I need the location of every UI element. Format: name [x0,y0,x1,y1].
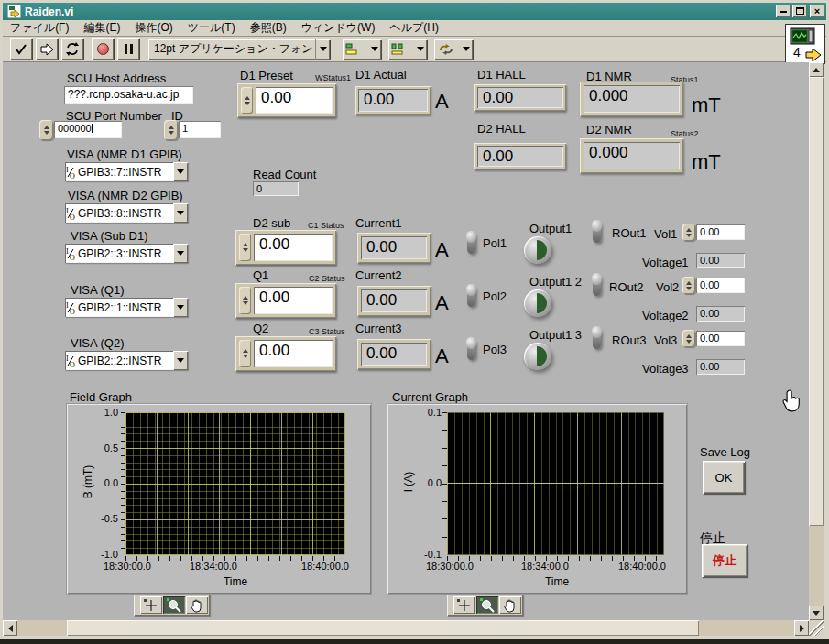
vol2-label: Vol2 [656,280,679,294]
reorder-icon [437,43,455,56]
ok-button[interactable]: OK [703,461,745,494]
zoom-tool-button[interactable] [476,596,498,614]
d2-sub-control[interactable]: 0.00 [235,230,336,265]
spinner-arrows[interactable] [239,340,251,367]
pause-button[interactable] [117,38,139,60]
id-spinner[interactable] [164,120,178,140]
cursor-tool-button[interactable] [453,596,475,614]
output3-button[interactable] [524,343,551,370]
chevron-down-icon [177,358,184,363]
reorder-dropdown[interactable] [434,39,473,60]
combo-drop-button[interactable] [173,162,188,181]
horizontal-scrollbar[interactable] [3,620,809,636]
abort-button[interactable] [92,38,114,60]
menu-file[interactable]: ファイル(F) [10,20,69,36]
visa-q1-combo[interactable]: IO GPIB2::1::INSTR [65,298,188,317]
output2-button[interactable] [524,289,551,317]
vi-icon-number: 4 [793,45,801,60]
pan-tool-button[interactable] [499,596,521,614]
loop-arrows-icon [65,42,80,56]
menu-operate[interactable]: 操作(O) [135,20,172,36]
pol3-toggle[interactable] [465,337,477,361]
vol2-spinner[interactable] [682,277,695,294]
visa-nmr-d2-combo[interactable]: IO GPIB3::8::INSTR [65,203,188,223]
visa-nmr-d1-combo[interactable]: IO GPIB3::7::INSTR [65,162,188,181]
scroll-down-button[interactable] [809,606,824,620]
read-count-indicator: 0 [253,181,299,196]
run-continuous-button[interactable] [61,38,83,60]
text-caret [92,124,93,133]
scu-port-spinner[interactable] [39,120,53,140]
stop-button[interactable]: 停止 [702,544,747,577]
maximize-button[interactable] [792,5,807,17]
d1-actual-indicator: 0.00 [355,86,431,115]
vertical-scrollbar-thumb[interactable] [809,77,824,526]
pan-tool-button[interactable] [186,596,208,614]
horizontal-scrollbar-thumb[interactable] [67,620,699,636]
io-icon: IO [65,354,76,368]
rout1-toggle[interactable] [591,220,603,244]
titlebar[interactable]: Raiden.vi × [3,3,826,20]
run-arrow-icon [40,43,54,56]
crosshair-icon [456,598,473,613]
scroll-left-button[interactable] [3,620,17,636]
combo-drop-button[interactable] [173,298,188,317]
scroll-right-button[interactable] [794,620,809,636]
current-graph-plot-area[interactable] [447,412,664,555]
abort-icon [97,43,109,55]
pol1-toggle[interactable] [465,231,477,255]
menu-tools[interactable]: ツール(T) [188,20,235,36]
visa-sub-d1-combo[interactable]: IO GPIB2::3::INSTR [65,244,188,263]
svg-text:O: O [70,308,75,315]
visa-sub-d1-label: VISA (Sub D1) [71,229,148,243]
q2-control[interactable]: 0.00 [235,336,336,371]
vol2-input[interactable]: 0.00 [696,278,745,293]
menu-browse[interactable]: 参照(B) [250,20,287,36]
menu-edit[interactable]: 編集(E) [83,20,120,36]
d1-preset-control[interactable]: 0.00 [237,83,336,117]
visa-q2-combo[interactable]: IO GPIB2::2::INSTR [65,351,188,370]
q1-control[interactable]: 0.00 [235,283,336,318]
close-button[interactable]: × [810,5,824,17]
align-objects-dropdown[interactable] [343,39,381,60]
minimize-button[interactable] [776,5,791,17]
scroll-up-button[interactable] [809,62,824,77]
toolbar: 12pt アプリケーション・フォント [3,37,826,62]
rout2-toggle[interactable] [591,273,603,297]
current1-unit: A [435,238,449,262]
run-button[interactable] [36,38,58,60]
rout3-toggle[interactable] [591,326,603,350]
vol1-input[interactable]: 0.00 [696,224,745,240]
distribute-objects-dropdown[interactable] [388,39,427,60]
font-selector[interactable]: 12pt アプリケーション・フォント [148,39,330,60]
spinner-arrows[interactable] [239,287,251,314]
vol1-spinner[interactable] [682,224,695,241]
combo-drop-button[interactable] [173,351,188,370]
align-objects-icon [345,43,364,56]
field-graph-plot-area[interactable] [125,412,345,555]
check-button[interactable] [10,38,32,60]
resize-grip[interactable] [809,620,824,636]
check-icon [15,43,27,56]
vertical-scrollbar[interactable] [809,62,824,620]
current3-indicator: 0.00 [357,339,431,369]
spinner-arrows[interactable] [239,234,251,261]
current-graph-xlabel: Time [511,575,603,588]
scu-port-input[interactable]: 000000 [54,121,122,138]
menu-help[interactable]: ヘルプ(H) [389,20,439,36]
vol3-spinner[interactable] [682,330,695,347]
cursor-tool-button[interactable] [140,596,162,614]
zoom-tool-button[interactable] [163,596,185,614]
chevron-down-icon [177,169,184,174]
pol2-toggle[interactable] [465,284,477,308]
arrow-left-icon [8,625,13,632]
menu-window[interactable]: ウィンドウ(W) [301,20,376,36]
vi-icon[interactable]: 4 [785,24,825,64]
id-input[interactable]: 1 [179,121,221,138]
combo-drop-button[interactable] [173,244,188,263]
vol3-input[interactable]: 0.00 [696,331,745,346]
output1-button[interactable] [524,236,551,264]
spinner-arrows[interactable] [241,87,253,114]
combo-drop-button[interactable] [173,203,188,223]
scu-host-input[interactable]: ???.rcnp.osaka-u.ac.jp [64,86,193,104]
